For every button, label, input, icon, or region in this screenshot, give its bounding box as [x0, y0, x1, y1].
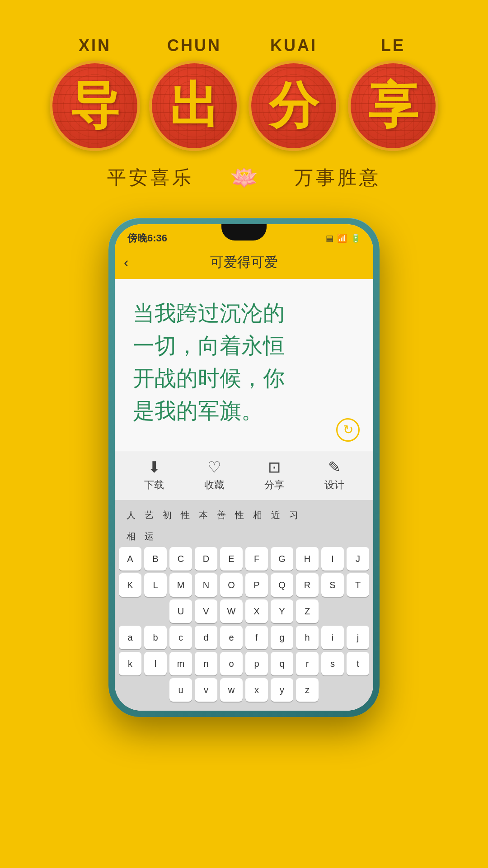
suggest-10[interactable]: 相: [123, 528, 139, 544]
key-A[interactable]: A: [119, 547, 141, 571]
kb-row-uppercase-3: U V W X Y Z: [118, 599, 370, 623]
key-L[interactable]: L: [144, 573, 167, 597]
key-d[interactable]: d: [195, 626, 217, 649]
battery-icon: 🔋: [351, 233, 361, 243]
suggest-4[interactable]: 本: [195, 507, 211, 523]
keyboard-area: 人 艺 初 性 本 善 性 相 近 习 相: [115, 500, 373, 711]
key-r[interactable]: r: [296, 652, 319, 675]
key-w-lower[interactable]: w: [220, 678, 243, 702]
key-I[interactable]: I: [321, 547, 344, 571]
key-v-lower[interactable]: v: [195, 678, 217, 702]
download-label: 下载: [144, 478, 164, 492]
key-p[interactable]: p: [245, 652, 268, 675]
key-C[interactable]: C: [169, 547, 192, 571]
key-c[interactable]: c: [169, 626, 192, 649]
key-F[interactable]: F: [245, 547, 268, 571]
key-k[interactable]: k: [119, 652, 141, 675]
app-title: 可爱得可爱: [210, 253, 278, 272]
suggest-8[interactable]: 近: [267, 507, 284, 523]
key-J[interactable]: J: [347, 547, 369, 571]
kb-row-lowercase-1: a b c d e f g h i j: [118, 626, 370, 649]
key-a[interactable]: a: [119, 626, 141, 649]
suggestion-row-1: 人 艺 初 性 本 善 性 相 近 习: [118, 505, 370, 526]
phone-section: 傍晚6:36 ▤ 📶 🔋 ‹ 可爱得可爱 当我跨过沉: [0, 209, 488, 744]
key-j[interactable]: j: [347, 626, 369, 649]
char-label-xin: XIN: [79, 36, 111, 55]
key-n[interactable]: n: [195, 652, 217, 675]
app-header: ‹ 可爱得可爱: [115, 249, 373, 279]
key-X[interactable]: X: [245, 599, 268, 623]
key-g[interactable]: g: [271, 626, 293, 649]
suggest-6[interactable]: 性: [231, 507, 248, 523]
suggest-3[interactable]: 性: [177, 507, 193, 523]
key-e[interactable]: e: [220, 626, 243, 649]
key-T[interactable]: T: [347, 573, 369, 597]
download-icon: ⬇: [148, 459, 160, 475]
phone-wrapper: 傍晚6:36 ▤ 📶 🔋 ‹ 可爱得可爱 当我跨过沉: [108, 218, 380, 717]
phone-screen: 傍晚6:36 ▤ 📶 🔋 ‹ 可爱得可爱 当我跨过沉: [115, 224, 373, 711]
char-label-le: LE: [381, 36, 405, 55]
suggest-11[interactable]: 运: [141, 528, 157, 544]
design-action[interactable]: ✎ 设计: [324, 459, 344, 492]
phone-outer: 傍晚6:36 ▤ 📶 🔋 ‹ 可爱得可爱 当我跨过沉: [108, 218, 380, 717]
key-l[interactable]: l: [144, 652, 167, 675]
suggest-5[interactable]: 善: [213, 507, 230, 523]
key-N[interactable]: N: [195, 573, 217, 597]
key-m[interactable]: m: [169, 652, 192, 675]
key-i[interactable]: i: [321, 626, 344, 649]
key-V[interactable]: V: [195, 599, 217, 623]
key-E[interactable]: E: [220, 547, 243, 571]
suggest-2[interactable]: 初: [159, 507, 175, 523]
action-bar: ⬇ 下载 ♡ 收藏 ⊡ 分享 ✎ 设计: [115, 451, 373, 500]
share-icon: ⊡: [268, 459, 281, 475]
key-q[interactable]: q: [271, 652, 293, 675]
key-M[interactable]: M: [169, 573, 192, 597]
key-W[interactable]: W: [220, 599, 243, 623]
favorite-label: 收藏: [204, 478, 224, 492]
subtitle-left: 平安喜乐: [107, 165, 194, 190]
key-D[interactable]: D: [195, 547, 217, 571]
kb-row-uppercase-2: K L M N O P Q R S T: [118, 573, 370, 597]
char-glyph-kuai: 分: [269, 81, 319, 131]
key-U[interactable]: U: [169, 599, 192, 623]
key-O[interactable]: O: [220, 573, 243, 597]
key-B[interactable]: B: [144, 547, 167, 571]
suggest-9[interactable]: 习: [286, 507, 302, 523]
key-u-lower[interactable]: u: [169, 678, 192, 702]
key-h[interactable]: h: [296, 626, 319, 649]
key-R[interactable]: R: [296, 573, 319, 597]
key-Y[interactable]: Y: [271, 599, 293, 623]
key-G[interactable]: G: [271, 547, 293, 571]
key-t[interactable]: t: [347, 652, 369, 675]
key-f[interactable]: f: [245, 626, 268, 649]
top-section: XIN 导 CHUN 出 KUAI 分 LE: [0, 0, 488, 209]
char-glyph-chun: 出: [169, 81, 219, 131]
key-K[interactable]: K: [119, 573, 141, 597]
heart-icon: ♡: [207, 459, 221, 475]
back-button[interactable]: ‹: [124, 254, 129, 271]
signal-icon: ▤: [326, 233, 333, 243]
key-Q[interactable]: Q: [271, 573, 293, 597]
download-action[interactable]: ⬇ 下载: [144, 459, 164, 492]
key-y-lower[interactable]: y: [271, 678, 293, 702]
key-H[interactable]: H: [296, 547, 319, 571]
favorite-action[interactable]: ♡ 收藏: [204, 459, 224, 492]
suggest-0[interactable]: 人: [123, 507, 139, 523]
key-s[interactable]: s: [321, 652, 344, 675]
key-o[interactable]: o: [220, 652, 243, 675]
refresh-button[interactable]: ↻: [336, 418, 360, 442]
key-x-lower[interactable]: x: [245, 678, 268, 702]
char-label-kuai: KUAI: [270, 36, 317, 55]
char-item-le: LE 享: [348, 36, 438, 151]
key-Z[interactable]: Z: [296, 599, 319, 623]
lotus-icon: 🪷: [230, 165, 258, 191]
suggest-7[interactable]: 相: [249, 507, 266, 523]
key-b[interactable]: b: [144, 626, 167, 649]
share-action[interactable]: ⊡ 分享: [264, 459, 284, 492]
char-item-kuai: KUAI 分: [249, 36, 339, 151]
key-P[interactable]: P: [245, 573, 268, 597]
key-S[interactable]: S: [321, 573, 344, 597]
suggest-1[interactable]: 艺: [141, 507, 157, 523]
key-z-lower[interactable]: z: [296, 678, 319, 702]
kb-row-lowercase-3: u v w x y z: [118, 678, 370, 702]
